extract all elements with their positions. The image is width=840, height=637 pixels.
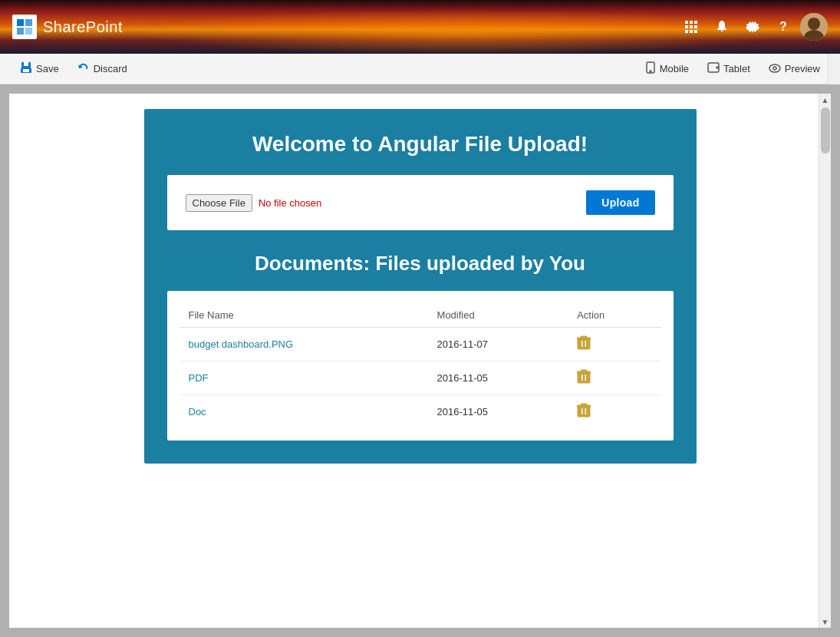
svg-rect-7 <box>685 25 688 28</box>
action-cell <box>568 395 660 429</box>
modified-cell: 2016-11-07 <box>428 328 568 361</box>
col-modified: Modified <box>428 303 568 328</box>
scroll-down-arrow[interactable]: ▼ <box>819 616 832 628</box>
tablet-icon <box>707 62 720 76</box>
svg-rect-24 <box>708 63 719 72</box>
main-area: ▲ ▼ Welcome to Angular File Upload! Choo… <box>0 84 840 637</box>
svg-rect-30 <box>585 341 587 347</box>
svg-rect-39 <box>581 408 583 414</box>
svg-rect-40 <box>585 408 587 414</box>
files-table: File Name Modified Action budget dashboa… <box>180 303 661 428</box>
toolbar-right: Mobile Tablet Preview <box>637 58 828 80</box>
file-link[interactable]: Doc <box>189 406 206 418</box>
save-icon <box>20 61 32 77</box>
discard-button[interactable]: Discard <box>70 58 135 80</box>
svg-rect-11 <box>690 30 693 33</box>
svg-rect-28 <box>578 338 590 349</box>
scroll-up-arrow[interactable]: ▲ <box>819 94 832 106</box>
tablet-label: Tablet <box>723 63 750 74</box>
svg-point-23 <box>650 71 651 72</box>
svg-rect-2 <box>17 28 24 35</box>
delete-icon[interactable] <box>577 403 591 418</box>
delete-icon[interactable] <box>577 335 591 351</box>
table-row: PDF2016-11-05 <box>180 361 661 395</box>
svg-rect-5 <box>690 21 693 24</box>
svg-point-27 <box>773 67 776 70</box>
svg-rect-38 <box>578 406 590 417</box>
svg-rect-33 <box>578 372 590 383</box>
mobile-button[interactable]: Mobile <box>637 58 697 80</box>
header-icons: ? <box>677 13 828 41</box>
question-icon[interactable]: ? <box>769 13 797 41</box>
blue-container: Welcome to Angular File Upload! Choose F… <box>144 109 697 464</box>
svg-rect-37 <box>581 370 587 372</box>
discard-label: Discard <box>94 63 127 74</box>
svg-rect-0 <box>17 19 24 26</box>
svg-rect-42 <box>581 404 587 406</box>
save-label: Save <box>36 63 59 74</box>
table-row: Doc2016-11-05 <box>180 395 661 429</box>
svg-rect-35 <box>585 375 587 381</box>
svg-rect-4 <box>685 21 688 24</box>
file-name-cell: budget dashboard.PNG <box>180 328 428 361</box>
file-name-cell: Doc <box>180 395 428 429</box>
gear-icon[interactable] <box>739 13 766 41</box>
discard-icon <box>77 61 90 77</box>
svg-rect-22 <box>647 62 654 73</box>
svg-rect-19 <box>24 62 28 66</box>
sharepoint-header: SharePoint <box>0 0 840 54</box>
bell-icon[interactable] <box>708 13 736 41</box>
modified-cell: 2016-11-05 <box>428 361 568 395</box>
sp-logo: SharePoint <box>12 15 123 39</box>
modified-cell: 2016-11-05 <box>428 395 568 429</box>
svg-rect-12 <box>694 30 697 33</box>
svg-point-26 <box>769 64 780 72</box>
scrollbar[interactable]: ▲ ▼ <box>819 94 831 628</box>
user-avatar[interactable] <box>800 13 828 41</box>
svg-rect-13 <box>721 30 723 31</box>
action-cell <box>568 361 660 395</box>
svg-rect-21 <box>23 69 29 72</box>
svg-rect-1 <box>25 19 32 26</box>
delete-icon[interactable] <box>577 369 591 385</box>
toolbar: Save Discard Mobile <box>0 54 840 84</box>
toolbar-corner <box>828 54 840 84</box>
save-button[interactable]: Save <box>12 58 67 80</box>
col-action: Action <box>568 303 660 328</box>
preview-icon <box>769 62 781 76</box>
welcome-title: Welcome to Angular File Upload! <box>167 132 674 157</box>
content-wrapper: ▲ ▼ Welcome to Angular File Upload! Choo… <box>9 94 831 628</box>
svg-rect-32 <box>581 336 587 338</box>
documents-title: Documents: Files uploaded by You <box>167 252 674 276</box>
page-content: Welcome to Angular File Upload! Choose F… <box>9 94 831 479</box>
upload-area: Choose File No file chosen Upload <box>167 175 674 230</box>
table-row: budget dashboard.PNG2016-11-07 <box>180 328 661 361</box>
file-link[interactable]: budget dashboard.PNG <box>189 338 294 350</box>
choose-file-button[interactable]: Choose File <box>186 194 252 212</box>
preview-label: Preview <box>785 63 820 74</box>
file-name-cell: PDF <box>180 361 428 395</box>
mobile-label: Mobile <box>660 63 689 74</box>
col-filename: File Name <box>180 303 428 328</box>
file-input-area: Choose File No file chosen <box>186 194 322 212</box>
sp-logo-icon <box>12 15 37 39</box>
tablet-button[interactable]: Tablet <box>700 59 758 79</box>
scroll-thumb[interactable] <box>821 107 830 153</box>
grid-icon[interactable] <box>677 13 705 41</box>
svg-rect-10 <box>685 30 688 33</box>
mobile-icon <box>645 61 656 77</box>
svg-rect-9 <box>694 25 697 28</box>
svg-rect-34 <box>581 375 583 381</box>
svg-rect-8 <box>690 25 693 28</box>
svg-rect-3 <box>25 28 32 35</box>
sp-logo-text: SharePoint <box>43 18 123 36</box>
svg-rect-6 <box>694 21 697 24</box>
svg-point-16 <box>808 18 820 30</box>
no-file-text: No file chosen <box>259 197 321 209</box>
preview-button[interactable]: Preview <box>761 59 828 79</box>
action-cell <box>568 328 660 361</box>
upload-button[interactable]: Upload <box>586 190 654 215</box>
svg-point-25 <box>716 67 718 68</box>
file-link[interactable]: PDF <box>189 372 209 384</box>
svg-rect-29 <box>581 341 583 347</box>
